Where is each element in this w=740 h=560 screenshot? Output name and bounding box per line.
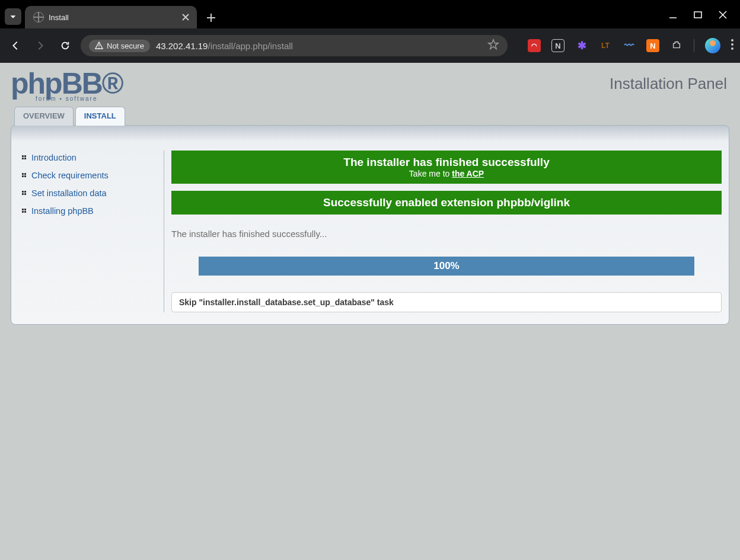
tab-install[interactable]: INSTALL [75, 107, 125, 126]
sidebar: Introduction Check requirements Set inst… [18, 151, 164, 312]
acp-link[interactable]: the ACP [452, 169, 484, 178]
sidebar-link[interactable]: Introduction [31, 153, 76, 162]
back-button[interactable] [6, 36, 25, 55]
titlebar: Install [0, 0, 740, 28]
sidebar-item-installing-phpbb: Installing phpBB [22, 204, 158, 218]
sidebar-link[interactable]: Set installation data [31, 188, 107, 198]
extension-enabled-text: Successfully enabled extension phpbb/vig… [177, 196, 716, 209]
profile-avatar[interactable] [705, 38, 720, 53]
window-controls [669, 11, 735, 28]
log-box: Skip "installer.install_database.set_up_… [171, 292, 722, 312]
svg-rect-0 [694, 12, 701, 18]
extension-icon[interactable]: N [646, 39, 659, 52]
divider [694, 39, 694, 52]
reload-button[interactable] [56, 36, 75, 55]
panel-title: Installation Panel [610, 75, 727, 93]
sidebar-item-introduction: Introduction [22, 151, 158, 165]
phpbb-logo: phpBB® forum ▪ software [11, 69, 123, 98]
extension-icon[interactable]: ✱ [575, 39, 588, 52]
security-label: Not secure [107, 41, 144, 50]
progress-bar: 100% [199, 257, 694, 276]
extension-icons: ◠ N ✱ LT 〰 N [528, 38, 733, 53]
tab-title: Install [49, 13, 176, 22]
main-area: The installer has finished successfully … [164, 151, 722, 312]
bookmark-button[interactable] [487, 39, 499, 53]
url-display: 43.202.41.19/install/app.php/install [156, 41, 293, 51]
main-panel: Introduction Check requirements Set inst… [11, 125, 729, 325]
extension-enabled-box: Successfully enabled extension phpbb/vig… [171, 191, 722, 215]
sidebar-link[interactable]: Installing phpBB [31, 206, 94, 216]
bullet-icon [22, 191, 28, 196]
warning-icon [95, 41, 103, 50]
bullet-icon [22, 209, 28, 213]
tab-overview[interactable]: OVERVIEW [14, 107, 74, 126]
header: phpBB® forum ▪ software Installation Pan… [11, 69, 729, 107]
extension-icon[interactable]: ◠ [528, 39, 541, 52]
svg-point-1 [731, 39, 733, 41]
success-title: The installer has finished successfully [177, 156, 716, 169]
extension-icon[interactable]: 〰 [623, 39, 636, 52]
success-subtitle: Take me to the ACP [177, 169, 716, 178]
success-message-box: The installer has finished successfully … [171, 151, 722, 184]
address-bar[interactable]: Not secure 43.202.41.19/install/app.php/… [81, 35, 508, 56]
toolbar: Not secure 43.202.41.19/install/app.php/… [0, 28, 740, 63]
extension-icon[interactable]: LT [599, 39, 612, 52]
security-chip[interactable]: Not secure [89, 40, 150, 52]
status-text: The installer has finished successfully.… [171, 229, 722, 239]
active-tab[interactable]: Install [25, 6, 197, 28]
svg-point-2 [731, 43, 733, 46]
forward-button[interactable] [31, 36, 50, 55]
extensions-button[interactable] [670, 39, 683, 52]
sidebar-item-set-installation-data: Set installation data [22, 186, 158, 200]
sidebar-item-check-requirements: Check requirements [22, 168, 158, 183]
close-window-button[interactable] [719, 11, 727, 21]
minimize-button[interactable] [669, 11, 677, 21]
extension-icon[interactable]: N [551, 39, 564, 52]
progress-wrap: 100% [171, 257, 722, 276]
globe-icon [33, 12, 44, 23]
new-tab-button[interactable] [203, 9, 219, 26]
bullet-icon [22, 155, 28, 160]
browser-chrome: Install Not secure [0, 0, 740, 63]
tabs-dropdown-button[interactable] [5, 8, 21, 25]
svg-point-3 [731, 47, 733, 50]
maximize-button[interactable] [694, 11, 702, 21]
menu-button[interactable] [731, 39, 733, 52]
bullet-icon [22, 173, 28, 178]
page-content: phpBB® forum ▪ software Installation Pan… [0, 63, 740, 331]
sidebar-link[interactable]: Check requirements [31, 171, 109, 180]
close-tab-button[interactable] [180, 12, 191, 23]
tabs: OVERVIEW INSTALL [11, 107, 729, 126]
